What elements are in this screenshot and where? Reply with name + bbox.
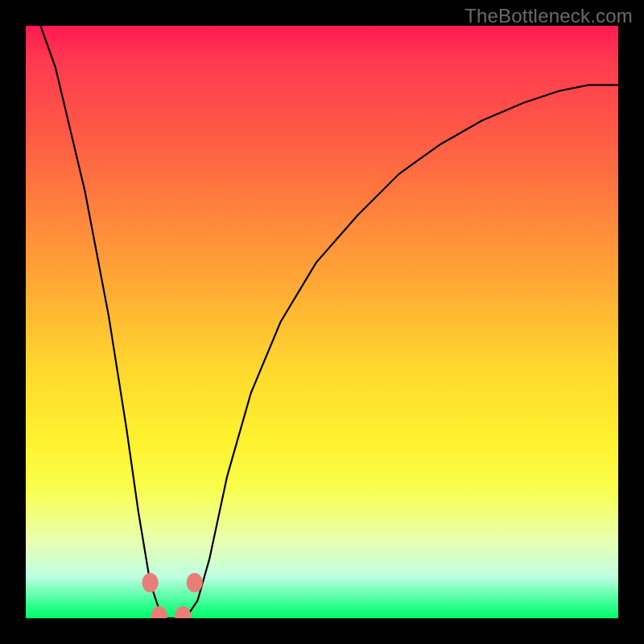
watermark-text: TheBottleneck.com bbox=[464, 5, 633, 27]
left-lower-marker bbox=[151, 606, 167, 618]
curve-markers bbox=[142, 573, 203, 618]
chart-frame: TheBottleneck.com bbox=[0, 0, 644, 644]
right-lower-marker bbox=[175, 606, 191, 618]
chart-svg bbox=[26, 26, 618, 618]
plot-area bbox=[26, 26, 618, 618]
left-upper-marker bbox=[142, 573, 158, 592]
bottleneck-curve bbox=[26, 26, 618, 618]
right-upper-marker bbox=[187, 573, 203, 592]
